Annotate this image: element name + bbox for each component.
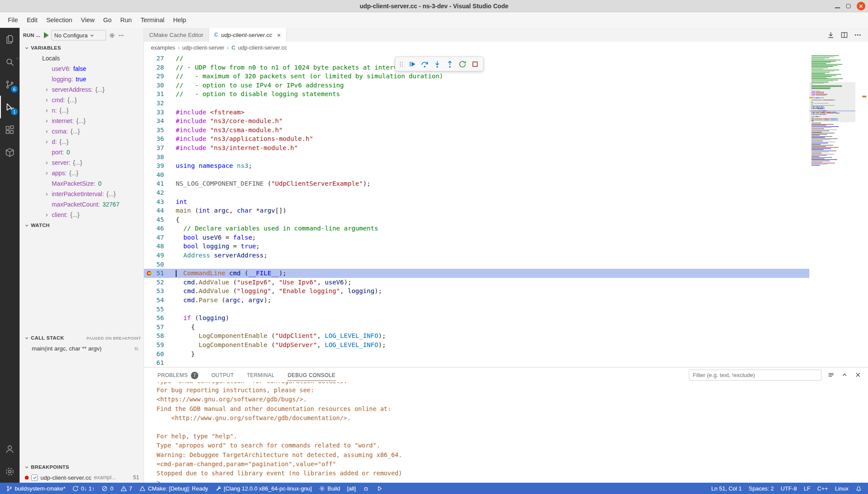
start-debug-icon[interactable] <box>44 32 49 38</box>
line-number[interactable]: 51 <box>154 269 164 278</box>
code-line[interactable]: 58 LogComponentEnable ("UdpClient", LOG_… <box>144 331 809 340</box>
code-line[interactable]: 60 } <box>144 350 809 359</box>
line-number[interactable]: 36 <box>154 134 164 144</box>
breakpoint-item[interactable]: udp-client-server.ccexampl...51 <box>20 472 144 483</box>
code-line[interactable]: 29// - maximum of 320 packets sent (or l… <box>144 72 809 81</box>
variable-row[interactable]: interPacketInterval:{...} <box>20 189 144 199</box>
cmake-status[interactable]: CMake: [Debug]: Ready <box>136 483 212 494</box>
code-line[interactable]: 36#include "ns3/applications-module.h" <box>144 134 809 144</box>
code-line[interactable]: 43int <box>144 197 809 207</box>
gutter-glyph[interactable] <box>144 296 154 305</box>
line-number[interactable]: 37 <box>154 144 164 153</box>
line-number[interactable]: 48 <box>154 242 164 251</box>
code-line[interactable]: 35#include "ns3/csma-module.h" <box>144 126 809 135</box>
code-line[interactable]: 30// - option to use IPv4 or IPv6 addres… <box>144 81 809 90</box>
debug-config-dropdown[interactable]: No Configura <box>51 30 106 40</box>
code-line[interactable]: 46 // Declare variables used in command-… <box>144 224 809 233</box>
line-number[interactable]: 44 <box>154 206 164 215</box>
gutter-glyph[interactable] <box>144 287 154 296</box>
variable-row[interactable]: logging:true <box>20 74 144 84</box>
minimap[interactable] <box>809 53 855 367</box>
line-number[interactable]: 61 <box>154 358 164 367</box>
minimap-visible-region[interactable] <box>809 82 855 122</box>
variable-row[interactable]: internet:{...} <box>20 116 144 126</box>
call-stack-section-header[interactable]: CALL STACK PAUSED ON BREAKPOINT <box>20 333 144 343</box>
activitybar-item-account[interactable] <box>0 437 20 460</box>
step-out-button[interactable] <box>444 58 456 70</box>
line-number[interactable]: 53 <box>154 287 164 296</box>
variable-row[interactable]: maxPacketCount:32767 <box>20 199 144 210</box>
code-line[interactable]: 40 <box>144 170 809 180</box>
code-line[interactable]: 57 { <box>144 323 809 332</box>
more-actions-icon[interactable] <box>854 31 862 39</box>
line-number[interactable]: 33 <box>154 108 164 117</box>
console-filter-input[interactable] <box>689 370 821 381</box>
variable-row[interactable]: cmd:{...} <box>20 95 144 105</box>
variable-row[interactable]: useV6:false <box>20 63 144 74</box>
menu-item-run[interactable]: Run <box>116 14 137 26</box>
continue-button[interactable] <box>406 58 418 70</box>
gutter-glyph[interactable] <box>144 197 154 207</box>
line-number[interactable]: 40 <box>154 170 164 180</box>
line-number[interactable]: 45 <box>154 215 164 224</box>
variable-row[interactable]: port:0 <box>20 147 144 157</box>
line-number[interactable]: 41 <box>154 179 164 188</box>
line-number[interactable]: 58 <box>154 331 164 340</box>
panel-tab-terminal[interactable]: TERMINAL <box>246 369 276 381</box>
menu-item-selection[interactable]: Selection <box>42 14 77 26</box>
chevron-up-icon[interactable] <box>841 371 848 379</box>
code-line[interactable]: 61 <box>144 358 809 367</box>
gutter-glyph[interactable] <box>144 260 154 269</box>
console-prompt[interactable]: > <box>157 478 868 483</box>
code-line[interactable]: 31// - option to disable logging stateme… <box>144 90 809 99</box>
menu-item-file[interactable]: File <box>3 14 22 26</box>
code-line[interactable]: 55 <box>144 305 809 314</box>
line-number[interactable]: 60 <box>154 350 164 359</box>
line-number[interactable]: 32 <box>154 99 164 108</box>
line-number[interactable]: 47 <box>154 233 164 242</box>
gutter-glyph[interactable] <box>144 350 154 359</box>
gutter-glyph[interactable] <box>144 99 154 108</box>
gutter-glyph[interactable] <box>144 323 154 332</box>
cmake-debug-button[interactable] <box>359 483 373 494</box>
line-number[interactable]: 54 <box>154 296 164 305</box>
line-number[interactable]: 49 <box>154 251 164 260</box>
panel-tab-output[interactable]: OUTPUT <box>210 369 235 381</box>
gutter-glyph[interactable] <box>144 108 154 117</box>
git-branch-status[interactable]: buildsystem-cmake* <box>3 483 69 494</box>
menu-item-go[interactable]: Go <box>99 14 116 26</box>
gutter-glyph[interactable] <box>144 314 154 323</box>
breadcrumb-item[interactable]: udp-client-server <box>182 44 224 51</box>
breakpoint-checkbox[interactable] <box>31 474 38 481</box>
activitybar-item-run-and-debug[interactable]: 1 <box>0 96 20 118</box>
gutter-glyph[interactable] <box>144 170 154 180</box>
code-line[interactable]: 54 cmd.Parse (argc, argv); <box>144 296 809 305</box>
gutter-glyph[interactable] <box>144 72 154 81</box>
split-editor-icon[interactable] <box>840 31 848 39</box>
line-number[interactable]: 38 <box>154 153 164 162</box>
code-line[interactable]: 33#include <fstream> <box>144 108 809 117</box>
variables-section-header[interactable]: VARIABLES <box>20 43 144 53</box>
line-number[interactable]: 30 <box>154 81 164 90</box>
line-number[interactable]: 43 <box>154 197 164 207</box>
gutter-glyph[interactable] <box>144 144 154 153</box>
remote-os-status[interactable]: Linux <box>831 483 852 494</box>
line-number[interactable]: 50 <box>154 260 164 269</box>
code-line[interactable]: 32 <box>144 99 809 108</box>
breadcrumb-item[interactable]: udp-client-server.cc <box>238 44 287 51</box>
cmake-kit-status[interactable]: [Clang 12.0.0 x86_64-pc-linux-gnu] <box>212 483 315 494</box>
restart-button[interactable] <box>457 58 468 70</box>
encoding-status[interactable]: UTF-8 <box>777 483 800 494</box>
activitybar-item-source-control[interactable]: 6 <box>0 73 20 96</box>
panel-tab-debug-console[interactable]: DEBUG CONSOLE <box>287 369 337 381</box>
code-line[interactable]: 50 <box>144 260 809 269</box>
output-options-icon[interactable] <box>827 371 835 379</box>
close-button[interactable]: ✕ <box>857 2 865 10</box>
code-line[interactable]: 47 bool useV6 = false; <box>144 233 809 242</box>
gutter-glyph[interactable] <box>144 63 154 72</box>
gutter-glyph[interactable] <box>144 224 154 233</box>
variable-row[interactable]: csma:{...} <box>20 126 144 137</box>
line-number[interactable]: 29 <box>154 72 164 81</box>
gutter-glyph[interactable] <box>144 331 154 340</box>
code-line[interactable]: 56 if (logging) <box>144 314 809 323</box>
